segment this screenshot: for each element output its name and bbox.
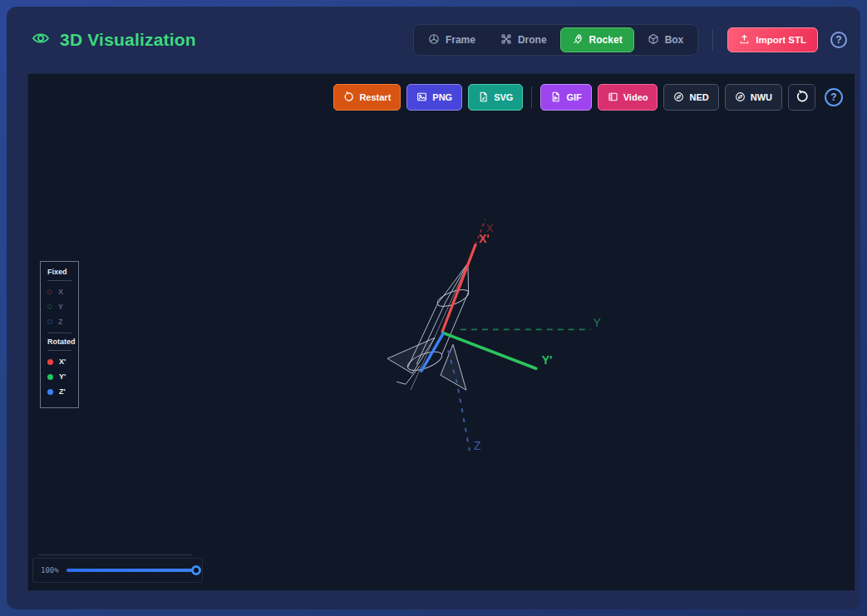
legend-divider [47, 280, 71, 281]
file-icon [550, 91, 561, 104]
y-fixed-swatch [47, 304, 52, 309]
zoom-slider-fill [67, 569, 194, 572]
header-help-icon[interactable]: ? [830, 32, 847, 48]
gif-export-button[interactable]: GIF [540, 84, 591, 111]
page-title: 3D Visualization [60, 30, 196, 50]
zoom-value: 100% [41, 566, 59, 574]
label-y-rotated: Y' [542, 353, 553, 367]
png-label: PNG [432, 92, 452, 102]
nwu-frame-button[interactable]: NWU [725, 84, 782, 111]
tab-box-label: Box [665, 34, 684, 46]
image-icon [416, 91, 427, 104]
toolbar-divider [531, 86, 532, 108]
reset-view-button[interactable] [788, 84, 815, 111]
label-y-fixed: Y [594, 316, 602, 329]
header: 3D Visualization Frame [7, 7, 860, 73]
header-divider [712, 29, 713, 51]
svg-label: SVG [494, 92, 513, 102]
zoom-slider-track[interactable] [67, 569, 194, 572]
import-stl-label: Import STL [756, 35, 806, 45]
png-export-button[interactable]: PNG [406, 84, 462, 111]
viewport-3d[interactable]: X X' Y Y' Z Restart [27, 73, 855, 591]
canvas-toolbar: Restart PNG [333, 84, 843, 111]
tab-frame-label: Frame [446, 34, 475, 46]
legend-item-y-rotated[interactable]: Y' [47, 372, 71, 381]
rotate-ccw-icon [796, 90, 809, 105]
title-wrap: 3D Visualization [32, 29, 196, 51]
x-fixed-swatch [47, 289, 52, 294]
legend-divider [47, 350, 71, 351]
tab-frame[interactable]: Frame [416, 27, 487, 52]
restart-icon [343, 91, 354, 104]
label-x-rotated: X' [479, 232, 490, 245]
label-z-fixed: Z [474, 439, 481, 452]
video-export-button[interactable]: Video [598, 84, 658, 111]
legend-item-x-rotated[interactable]: X' [47, 357, 71, 366]
panel-edge-line [38, 554, 192, 555]
ned-frame-button[interactable]: NED [663, 84, 718, 111]
file-icon [478, 91, 489, 104]
zoom-slider-handle[interactable] [191, 565, 201, 575]
legend-item-x-fixed[interactable]: X [47, 288, 71, 296]
film-icon [608, 91, 618, 104]
legend-rotated-title: Rotated [47, 338, 71, 346]
gif-label: GIF [566, 92, 581, 102]
ned-label: NED [689, 92, 708, 102]
rocket-scene: X X' Y Y' Z [28, 74, 855, 591]
tab-drone[interactable]: Drone [489, 27, 559, 52]
compass-icon [673, 91, 684, 104]
tab-rocket-label: Rocket [589, 34, 623, 46]
app-card: 3D Visualization Frame [7, 7, 860, 609]
header-right: Frame Drone [413, 24, 847, 56]
tab-rocket[interactable]: Rocket [560, 27, 634, 52]
restart-label: Restart [359, 92, 391, 102]
import-stl-button[interactable]: Import STL [727, 27, 818, 52]
compass-icon [735, 91, 746, 104]
rocket-wireframe [387, 264, 470, 391]
drone-icon [500, 33, 512, 47]
legend-fixed-title: Fixed [47, 268, 71, 276]
rocket-icon [572, 33, 584, 47]
zoom-control: 100% [32, 558, 203, 583]
nwu-label: NWU [751, 92, 772, 102]
tab-box[interactable]: Box [636, 27, 696, 52]
axis-x-rotated [442, 245, 475, 333]
legend-item-z-rotated[interactable]: Z' [47, 387, 71, 396]
z-rotated-swatch [47, 389, 53, 395]
axes-legend: Fixed X Y Z Rotated X' Y' [40, 261, 79, 408]
legend-item-z-fixed[interactable]: Z [47, 318, 71, 326]
legend-divider [47, 333, 71, 333]
model-segmented-control: Frame Drone [413, 24, 698, 56]
x-rotated-swatch [47, 359, 53, 365]
frame-icon [428, 33, 440, 47]
z-fixed-swatch [47, 319, 52, 324]
tab-drone-label: Drone [518, 34, 547, 46]
canvas-help-icon[interactable]: ? [825, 88, 843, 106]
upload-icon [739, 34, 750, 47]
svg-export-button[interactable]: SVG [468, 84, 523, 111]
legend-item-y-fixed[interactable]: Y [47, 303, 71, 311]
y-rotated-swatch [47, 374, 53, 380]
box-icon [648, 33, 659, 47]
video-label: Video [623, 92, 648, 102]
eye-icon [32, 29, 50, 51]
restart-button[interactable]: Restart [333, 84, 401, 111]
